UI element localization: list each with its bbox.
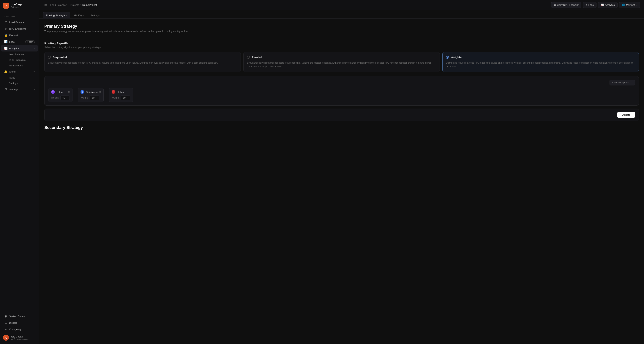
- sidebar-nav: Platform ⚖ Load Balancer ◈ RPC Endpoints…: [0, 11, 39, 311]
- triton-weight-input[interactable]: [60, 95, 70, 100]
- sidebar-toggle-button[interactable]: ▤: [43, 2, 48, 8]
- app-logo-icon: IF: [3, 3, 9, 9]
- sidebar-item-firewall[interactable]: 🔒 Firewall: [1, 32, 38, 38]
- sub-nav-transactions[interactable]: Transactions: [1, 63, 38, 68]
- algo-weighted-desc: Distributes requests across RPC endpoint…: [446, 61, 635, 68]
- algo-card-sequential[interactable]: Sequential Sequentially sends requests t…: [44, 52, 241, 72]
- quicknode-close-button[interactable]: ×: [99, 91, 101, 93]
- sub-nav-rules[interactable]: Rules: [1, 75, 38, 80]
- header-actions: ⧉ Copy RPC Endpoint ≡ Logs 📈 Analytics 🌐…: [551, 2, 640, 8]
- plus-connector-1: +: [72, 93, 78, 98]
- helius-name: Helius: [117, 91, 124, 93]
- endpoint-chip-helius: H Helius × Weight:: [109, 88, 133, 102]
- algo-cards: Sequential Sequentially sends requests t…: [44, 52, 639, 72]
- sidebar-item-label: Discord: [9, 321, 17, 324]
- sidebar-item-changelog[interactable]: ✏ Changelog: [1, 326, 38, 332]
- algo-card-weighted[interactable]: Weighted Distributes requests across RPC…: [442, 52, 639, 72]
- sidebar-item-label: Settings: [9, 88, 18, 91]
- tab-settings[interactable]: Settings: [88, 12, 103, 19]
- helius-close-button[interactable]: ×: [129, 91, 130, 93]
- algo-parallel-desc: Simultaneously dispatches requests to al…: [247, 61, 436, 68]
- breadcrumb-projects[interactable]: Projects: [70, 4, 79, 6]
- algo-parallel-name: Parallel: [252, 56, 262, 59]
- primary-strategy-section: Primary Strategy The primary strategy se…: [44, 24, 639, 121]
- logs-icon: 📊: [4, 40, 8, 44]
- discord-icon: ⬡: [4, 321, 8, 324]
- update-button[interactable]: Update: [617, 112, 635, 118]
- sub-nav-label: Transactions: [9, 64, 23, 67]
- avatar: IC: [3, 335, 9, 341]
- select-endpoint-wrapper[interactable]: Select endpoint: [610, 80, 635, 85]
- user-section[interactable]: IC Italo Casas me@italocasas.com ⌄: [0, 333, 39, 342]
- algo-sequential-desc: Sequentially sends requests to each RPC …: [48, 61, 237, 65]
- quicknode-icon: Q: [80, 90, 84, 94]
- sidebar-item-analytics[interactable]: 📈 Analytics ∧: [1, 45, 38, 52]
- analytics-header-icon: 📈: [601, 4, 604, 6]
- sub-nav-alert-settings[interactable]: Settings: [1, 81, 38, 86]
- select-endpoint[interactable]: Select endpoint: [610, 80, 635, 85]
- breadcrumb-sep-2: ›: [80, 4, 81, 6]
- sidebar-item-label: System Status: [9, 315, 25, 318]
- sub-nav-label: Rules: [9, 76, 15, 79]
- logs-header-icon: ≡: [586, 4, 587, 6]
- routing-algo-title: Routing Algorithm: [44, 42, 639, 45]
- endpoint-chip-triton: T Triton × Weight:: [48, 88, 72, 102]
- plus-connector-2: +: [104, 93, 109, 98]
- triton-icon: T: [51, 90, 55, 94]
- sidebar-item-logs[interactable]: 📊 Logs New: [1, 39, 38, 45]
- sub-nav-label: Load Balancer: [9, 53, 24, 56]
- endpoint-top: Select endpoint: [48, 80, 635, 85]
- sidebar-item-discord[interactable]: ⬡ Discord: [1, 319, 38, 326]
- app-name: Ironforge: [11, 3, 22, 6]
- mainnet-button[interactable]: 🌐 Mainnet ⌄: [619, 2, 640, 8]
- sidebar-item-label: Alerts: [9, 70, 16, 73]
- main-content: ▤ Load Balancer › Projects › DemoProject…: [39, 0, 644, 344]
- sidebar-logo[interactable]: IF Ironforge Enterprise ⌄: [0, 0, 39, 11]
- sidebar-item-load-balancer[interactable]: ⚖ Load Balancer: [1, 19, 38, 25]
- analytics-button[interactable]: 📈 Analytics: [598, 2, 618, 8]
- sub-nav-rpc-endpoints[interactable]: RPC Endpoints: [1, 57, 38, 63]
- alerts-sub-nav: Rules Settings: [0, 75, 39, 86]
- sidebar-item-rpc-endpoints[interactable]: ◈ RPC Endpoints: [1, 26, 38, 32]
- sub-nav-label: RPC Endpoints: [9, 59, 26, 61]
- secondary-strategy-title: Secondary Strategy: [44, 125, 639, 130]
- triton-close-button[interactable]: ×: [68, 91, 70, 93]
- sidebar-item-label: RPC Endpoints: [9, 28, 26, 30]
- divider-1: [44, 37, 639, 37]
- logs-button[interactable]: ≡ Logs: [583, 2, 596, 8]
- sidebar-item-label: Logs: [9, 41, 14, 43]
- sub-nav-load-balancer[interactable]: Load Balancer: [1, 52, 38, 57]
- algo-card-parallel[interactable]: Parallel Simultaneously dispatches reque…: [243, 52, 440, 72]
- helius-weight-input[interactable]: [121, 95, 130, 100]
- breadcrumb-current[interactable]: DemoProject: [82, 4, 97, 6]
- weight-label: Weight:: [112, 96, 120, 99]
- analytics-sub-nav: Load Balancer RPC Endpoints Transactions: [0, 52, 39, 68]
- sub-nav-label: Settings: [9, 82, 18, 85]
- tabs-bar: Routing Strategies API Keys Settings: [39, 10, 644, 19]
- changelog-icon: ✏: [4, 327, 8, 331]
- tab-api-keys[interactable]: API Keys: [70, 12, 87, 19]
- analytics-icon: 📈: [4, 47, 8, 50]
- alerts-chevron-icon: ∨: [33, 71, 35, 73]
- sidebar-item-alerts[interactable]: 🔔 Alerts ∨: [1, 68, 38, 75]
- logo-chevron-icon: ⌄: [34, 4, 36, 7]
- app-logo-text: Ironforge Enterprise: [11, 3, 22, 8]
- sidebar-item-system-status[interactable]: ◉ System Status: [1, 313, 38, 319]
- triton-name: Triton: [56, 91, 62, 93]
- copy-rpc-button[interactable]: ⧉ Copy RPC Endpoint: [551, 2, 582, 8]
- firewall-icon: 🔒: [4, 34, 8, 37]
- system-status-icon: ◉: [4, 314, 8, 318]
- user-name: Italo Casas: [10, 335, 29, 338]
- radio-sequential: [48, 56, 51, 59]
- tab-routing-strategies[interactable]: Routing Strategies: [43, 12, 70, 19]
- breadcrumb: Load Balancer › Projects › DemoProject: [50, 4, 97, 6]
- alerts-icon: 🔔: [4, 70, 8, 73]
- mainnet-chevron-icon: ⌄: [636, 4, 638, 6]
- sidebar-item-settings[interactable]: ⚙ Settings ›: [1, 86, 38, 93]
- breadcrumb-load-balancer[interactable]: Load Balancer: [50, 4, 66, 6]
- user-chevron-icon: ⌄: [34, 336, 36, 339]
- algo-sequential-name: Sequential: [53, 56, 67, 59]
- quicknode-weight-input[interactable]: [90, 95, 99, 100]
- user-info: Italo Casas me@italocasas.com: [10, 335, 29, 340]
- primary-strategy-desc: The primary strategy serves as your proj…: [44, 30, 639, 33]
